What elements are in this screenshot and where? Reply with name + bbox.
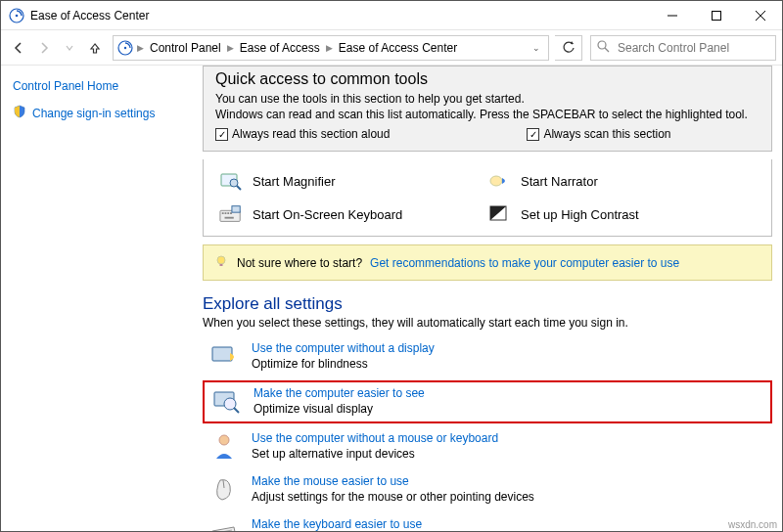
svg-rect-16 xyxy=(225,212,227,214)
person-icon xyxy=(208,431,240,463)
address-dropdown[interactable]: ⌄ xyxy=(529,43,544,53)
setting-keyboard-easier[interactable]: Make the keyboard easier to use Adjust s… xyxy=(203,513,772,531)
svg-point-11 xyxy=(230,179,238,187)
chevron-right-icon: ▶ xyxy=(227,43,234,53)
content-area: Quick access to common tools You can use… xyxy=(197,66,782,531)
svg-point-13 xyxy=(490,176,502,186)
setting-without-display[interactable]: Use the computer without a display Optim… xyxy=(203,337,772,377)
explore-settings: Explore all settings When you select the… xyxy=(203,294,772,531)
narrator-icon xyxy=(487,169,511,193)
breadcrumb-control-panel[interactable]: Control Panel xyxy=(148,41,223,55)
sidebar-item-label: Change sign-in settings xyxy=(32,107,155,120)
minimize-button[interactable] xyxy=(650,1,694,30)
up-button[interactable] xyxy=(83,36,107,60)
monitor-speaker-icon xyxy=(208,341,240,373)
setting-link[interactable]: Make the mouse easier to use xyxy=(252,474,409,488)
checkbox-icon: ✓ xyxy=(215,128,228,141)
explore-subtext: When you select these settings, they wil… xyxy=(203,316,772,330)
shield-icon xyxy=(13,105,26,121)
svg-point-1 xyxy=(16,14,19,17)
lightbulb-icon xyxy=(213,253,229,272)
checkbox-read-aloud[interactable]: ✓ Always read this section aloud xyxy=(215,127,390,141)
svg-rect-3 xyxy=(712,11,720,20)
setting-link[interactable]: Use the computer without a display xyxy=(252,341,435,355)
tip-box: Not sure where to start? Get recommendat… xyxy=(203,244,772,281)
navbar: ▶ Control Panel ▶ Ease of Access ▶ Ease … xyxy=(1,30,782,66)
search-input[interactable] xyxy=(616,40,769,56)
svg-rect-15 xyxy=(222,212,224,214)
quick-access-line1: You can use the tools in this section to… xyxy=(215,92,760,106)
keyboard-flat-icon xyxy=(208,517,240,531)
svg-rect-23 xyxy=(220,264,223,266)
svg-rect-17 xyxy=(227,212,229,214)
titlebar: Ease of Access Center xyxy=(1,1,782,30)
tool-high-contrast[interactable]: Set up High Contrast xyxy=(487,202,756,226)
tip-link[interactable]: Get recommendations to make your compute… xyxy=(370,256,679,270)
setting-easier-to-see[interactable]: Make the computer easier to see Optimize… xyxy=(203,380,772,423)
refresh-button[interactable] xyxy=(555,35,582,61)
maximize-button[interactable] xyxy=(694,1,738,30)
svg-rect-24 xyxy=(212,347,232,361)
tool-label: Start On-Screen Keyboard xyxy=(253,207,402,222)
setting-without-mouse-keyboard[interactable]: Use the computer without a mouse or keyb… xyxy=(203,427,772,466)
monitor-magnify-icon xyxy=(210,386,242,418)
svg-point-28 xyxy=(219,435,229,445)
setting-desc: Optimize visual display xyxy=(253,402,425,416)
svg-point-7 xyxy=(124,46,126,48)
forward-button[interactable] xyxy=(32,36,56,60)
setting-desc: Adjust settings for the mouse or other p… xyxy=(252,490,534,504)
sidebar: Control Panel Home Change sign-in settin… xyxy=(1,66,197,531)
mouse-icon xyxy=(208,474,240,506)
ease-of-access-icon xyxy=(9,8,24,23)
tool-start-magnifier[interactable]: Start Magnifier xyxy=(219,169,487,193)
tool-label: Set up High Contrast xyxy=(521,207,639,222)
address-bar[interactable]: ▶ Control Panel ▶ Ease of Access ▶ Ease … xyxy=(113,35,549,61)
setting-desc: Optimize for blindness xyxy=(252,357,435,371)
setting-link[interactable]: Make the computer easier to see xyxy=(253,386,425,400)
setting-link[interactable]: Make the keyboard easier to use xyxy=(252,517,422,531)
quick-access-box: Quick access to common tools You can use… xyxy=(203,66,772,152)
tool-start-osk[interactable]: Start On-Screen Keyboard xyxy=(219,202,487,226)
sidebar-change-signin-settings[interactable]: Change sign-in settings xyxy=(13,105,185,121)
chevron-right-icon: ▶ xyxy=(326,43,333,53)
sidebar-item-label: Control Panel Home xyxy=(13,79,118,93)
explore-heading: Explore all settings xyxy=(203,294,772,314)
breadcrumb-ease-of-access-center[interactable]: Ease of Access Center xyxy=(337,41,459,55)
chevron-right-icon: ▶ xyxy=(137,43,144,53)
tool-label: Start Magnifier xyxy=(253,174,336,189)
tool-label: Start Narrator xyxy=(521,174,598,189)
contrast-icon xyxy=(487,202,511,226)
tools-grid: Start Magnifier Start Narrator Start On-… xyxy=(203,159,772,237)
breadcrumb-ease-of-access[interactable]: Ease of Access xyxy=(238,41,322,55)
close-button[interactable] xyxy=(738,1,782,30)
back-button[interactable] xyxy=(7,36,30,60)
svg-line-9 xyxy=(605,48,609,52)
setting-mouse-easier[interactable]: Make the mouse easier to use Adjust sett… xyxy=(203,470,772,510)
keyboard-icon xyxy=(219,202,243,226)
svg-point-8 xyxy=(598,41,606,49)
search-icon xyxy=(597,40,610,56)
tool-start-narrator[interactable]: Start Narrator xyxy=(487,169,756,193)
checkbox-icon: ✓ xyxy=(527,128,539,141)
svg-line-27 xyxy=(234,408,239,413)
search-box[interactable] xyxy=(590,35,776,61)
checkbox-label: Always scan this section xyxy=(543,127,670,141)
window-title: Ease of Access Center xyxy=(30,9,149,22)
setting-desc: Set up alternative input devices xyxy=(252,447,498,461)
tip-prefix: Not sure where to start? xyxy=(237,256,362,270)
sidebar-control-panel-home[interactable]: Control Panel Home xyxy=(13,79,185,93)
setting-link[interactable]: Use the computer without a mouse or keyb… xyxy=(252,431,498,445)
svg-rect-20 xyxy=(232,206,240,212)
ease-of-access-icon xyxy=(117,40,133,56)
recent-dropdown[interactable] xyxy=(58,36,81,60)
magnifier-icon xyxy=(219,169,243,193)
checkbox-label: Always read this section aloud xyxy=(232,127,390,141)
svg-rect-19 xyxy=(225,217,234,219)
checkbox-scan-section[interactable]: ✓ Always scan this section xyxy=(527,127,670,141)
quick-access-heading: Quick access to common tools xyxy=(215,70,760,88)
quick-access-line2: Windows can read and scan this list auto… xyxy=(215,108,760,121)
svg-point-22 xyxy=(217,256,225,264)
watermark: wsxdn.com xyxy=(728,519,777,530)
svg-line-12 xyxy=(237,186,241,190)
